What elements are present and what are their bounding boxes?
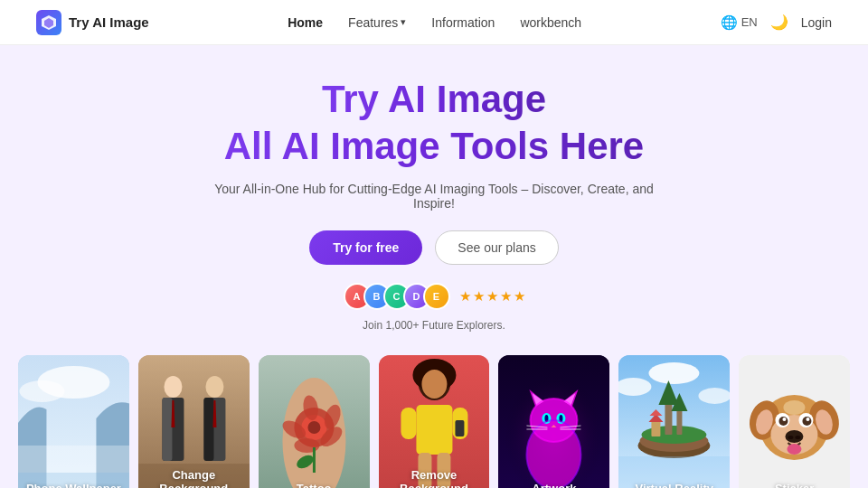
card-virtual-reality[interactable]: Virtual Reality [618, 355, 730, 488]
svg-rect-67 [677, 408, 683, 435]
svg-rect-5 [18, 446, 129, 473]
login-button[interactable]: Login [801, 15, 832, 30]
dark-mode-toggle[interactable]: 🌙 [770, 14, 788, 31]
card-label-sticker: Sticker [739, 482, 850, 488]
svg-point-87 [788, 436, 794, 439]
svg-point-89 [788, 444, 802, 455]
language-selector[interactable]: 🌐 EN [721, 14, 758, 31]
nav-features[interactable]: Features ▾ [348, 15, 406, 30]
nav-links: Home Features ▾ Information workbench [288, 15, 581, 30]
nav-workbench[interactable]: workbench [520, 15, 581, 30]
card-change-background[interactable]: Change Background [138, 355, 250, 488]
card-label-tattoo: Tattoo [259, 482, 370, 488]
svg-rect-38 [455, 420, 464, 436]
svg-rect-34 [401, 408, 416, 439]
svg-point-88 [796, 436, 801, 439]
nav-information[interactable]: Information [431, 15, 495, 30]
see-plans-button[interactable]: See our plans [435, 230, 558, 265]
avatars-stars-row: A B C D E ★ ★ ★ ★ ★ [344, 283, 525, 310]
hero-title-line2: All AI Image Tools Here [224, 125, 644, 168]
svg-point-61 [649, 362, 700, 384]
svg-point-84 [783, 418, 787, 421]
logo-text: Try AI Image [69, 14, 149, 30]
social-text: Join 1,000+ Future Explorers. [363, 319, 505, 332]
svg-point-60 [699, 388, 730, 404]
avatar: E [423, 283, 450, 310]
star-5: ★ [514, 288, 525, 305]
card-label-change-background: Change Background [138, 468, 250, 488]
feature-cards: Phone Wallpaper Change B [0, 355, 868, 488]
svg-rect-10 [162, 398, 172, 461]
svg-point-90 [784, 400, 806, 415]
card-label-artwork: Artwork [498, 482, 609, 488]
globe-icon: 🌐 [721, 14, 738, 31]
svg-rect-65 [665, 400, 673, 435]
star-4: ★ [500, 288, 512, 305]
lang-label: EN [741, 15, 758, 29]
user-avatars: A B C D E [344, 283, 450, 310]
logo-icon [36, 10, 61, 35]
svg-point-85 [807, 418, 810, 421]
logo[interactable]: Try AI Image [36, 10, 149, 35]
svg-point-86 [786, 430, 804, 443]
hero-title-line1: Try AI Image [322, 78, 546, 121]
card-artwork[interactable]: Artwork [498, 355, 609, 488]
star-1: ★ [459, 288, 471, 305]
social-proof: A B C D E ★ ★ ★ ★ ★ Join 1,000+ Future E… [344, 283, 525, 332]
card-sticker[interactable]: Sticker [739, 355, 850, 488]
svg-point-64 [642, 426, 707, 444]
svg-point-32 [421, 370, 447, 399]
nav-home[interactable]: Home [288, 15, 323, 30]
card-remove-background[interactable]: Remove Background [379, 355, 490, 488]
star-2: ★ [473, 288, 485, 305]
card-label-virtual-reality: Virtual Reality [618, 482, 730, 488]
svg-rect-69 [652, 420, 661, 436]
card-tattoo[interactable]: Tattoo [259, 355, 370, 488]
try-free-button[interactable]: Try for free [309, 230, 422, 265]
card-label-phone-wallpaper: Phone Wallpaper [18, 482, 129, 488]
hero-section: Try AI Image All AI Image Tools Here You… [0, 45, 868, 350]
svg-point-8 [164, 376, 182, 398]
chevron-down-icon: ▾ [401, 16, 406, 28]
card-label-remove-background: Remove Background [379, 468, 490, 488]
navbar: Try AI Image Home Features ▾ Information… [0, 0, 868, 45]
star-3: ★ [486, 288, 498, 305]
svg-point-21 [307, 421, 320, 434]
svg-rect-33 [416, 405, 452, 455]
svg-point-4 [19, 380, 64, 402]
star-rating: ★ ★ ★ ★ ★ [459, 288, 525, 305]
card-phone-wallpaper[interactable]: Phone Wallpaper [18, 355, 129, 488]
hero-description: Your All-in-One Hub for Cutting-Edge AI … [208, 182, 660, 211]
svg-point-26 [294, 438, 319, 453]
nav-right: 🌐 EN 🌙 Login [721, 14, 832, 31]
hero-buttons: Try for free See our plans [309, 230, 559, 265]
svg-rect-14 [203, 398, 213, 461]
svg-point-12 [205, 376, 223, 398]
